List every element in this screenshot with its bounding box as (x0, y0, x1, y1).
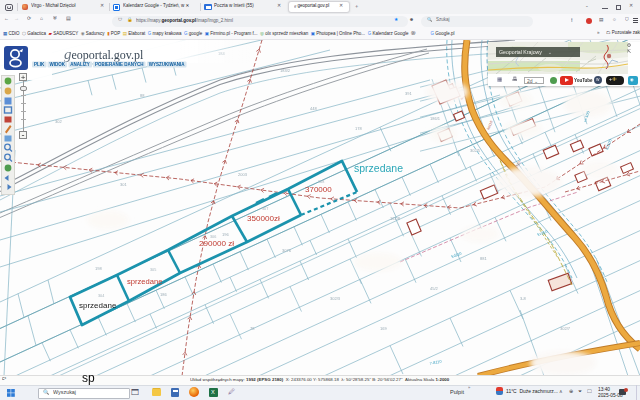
svg-text:302: 302 (55, 119, 62, 124)
svg-text:304: 304 (98, 294, 104, 298)
svg-text:88: 88 (140, 93, 145, 98)
svg-text:305: 305 (150, 268, 156, 272)
svg-text:186: 186 (160, 292, 167, 297)
svg-text:161/8: 161/8 (390, 216, 401, 221)
svg-text:307: 307 (262, 207, 268, 211)
svg-text:3076: 3076 (282, 248, 292, 253)
svg-text:sprzedane: sprzedane (354, 162, 403, 174)
svg-text:3-8: 3-8 (520, 296, 527, 301)
svg-text:302/3: 302/3 (330, 296, 341, 301)
svg-text:sprzedane: sprzedane (127, 277, 162, 286)
svg-text:169: 169 (380, 326, 387, 331)
svg-text:78: 78 (250, 326, 255, 331)
svg-text:301: 301 (120, 182, 127, 187)
svg-text:183/2: 183/2 (280, 68, 291, 73)
svg-text:2003: 2003 (238, 172, 248, 177)
svg-text:391: 391 (405, 91, 412, 96)
svg-text:370000: 370000 (305, 185, 332, 194)
svg-text:350000zł: 350000zł (247, 214, 280, 223)
svg-text:308: 308 (318, 180, 324, 184)
svg-text:186/1: 186/1 (430, 116, 441, 121)
svg-text:302/5: 302/5 (470, 148, 481, 153)
svg-text:290000 zł: 290000 zł (199, 239, 234, 248)
svg-text:881: 881 (480, 256, 487, 261)
svg-text:196: 196 (222, 232, 229, 237)
svg-text:178: 178 (355, 126, 362, 131)
svg-text:448: 448 (310, 106, 317, 111)
svg-text:302/7: 302/7 (560, 326, 571, 331)
svg-text:sprzedane: sprzedane (79, 301, 117, 310)
svg-text:198: 198 (95, 266, 102, 271)
svg-text:45/2: 45/2 (430, 286, 439, 291)
